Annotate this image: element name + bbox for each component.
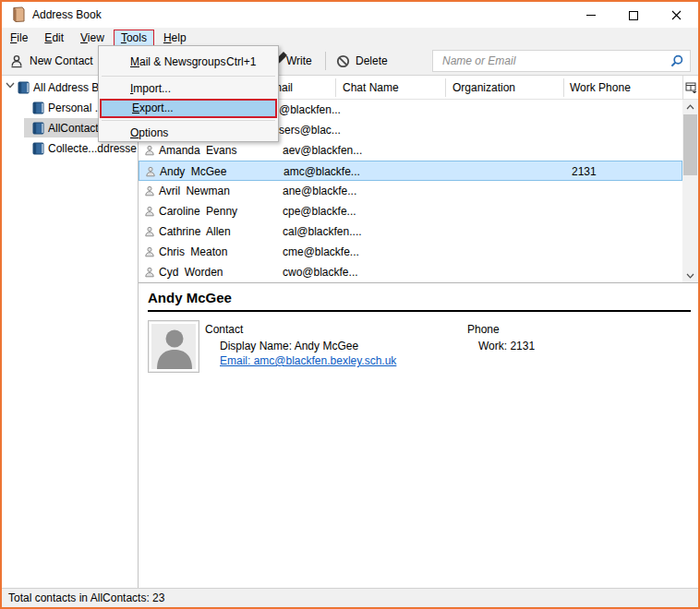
phone-section-label: Phone <box>467 323 500 337</box>
name-cell: Andy McGee <box>160 161 226 182</box>
menu-item-label: Options <box>130 123 168 143</box>
menu-item-export[interactable]: Export... <box>100 99 277 118</box>
sidebar-item-label: Personal ... <box>48 102 104 114</box>
person-icon <box>145 166 156 177</box>
write-label: Write <box>286 54 312 67</box>
address-book-icon <box>32 102 44 114</box>
search-input[interactable] <box>442 51 664 71</box>
table-row-selected[interactable]: Andy McGee amc@blackfe... 2131 <box>139 161 682 181</box>
table-row[interactable]: Amanda Evans aev@blackfen... <box>139 140 682 161</box>
contact-heading: Andy McGee <box>148 290 232 305</box>
directory-sidebar: All Address Books Personal ... AllContac… <box>2 76 139 588</box>
menu-separator <box>102 76 275 77</box>
new-contact-button[interactable]: New Contact <box>9 47 93 75</box>
display-name-value: Display Name: Andy McGee <box>220 340 358 353</box>
minimize-icon <box>586 15 596 16</box>
name-cell: Cathrine Allen <box>159 221 231 242</box>
person-icon <box>144 246 155 257</box>
person-icon <box>144 267 155 278</box>
maximize-button[interactable] <box>612 2 655 29</box>
person-icon <box>144 226 155 237</box>
delete-icon <box>336 54 350 68</box>
sidebar-item-label: Collecte...ddresses <box>48 142 137 155</box>
email-cell: aev@blackfen... <box>283 140 362 161</box>
name-cell: Cyd Worden <box>159 262 223 282</box>
menu-separator <box>102 120 275 121</box>
work-phone-value: Work: 2131 <box>478 340 535 353</box>
table-row[interactable]: Cathrine Allen cal@blackfen.... <box>139 221 682 242</box>
email-cell: cme@blackfe... <box>283 242 359 262</box>
tools-menu-dropdown: Mail & Newsgroups Ctrl+1 Import... Expor… <box>98 45 279 142</box>
photo-silhouette-icon <box>151 324 196 369</box>
email-cell: cwo@blackfe... <box>283 262 358 282</box>
menu-item-options[interactable]: Options <box>100 123 277 143</box>
table-row[interactable]: Caroline Penny cpe@blackfe... <box>139 201 682 221</box>
status-text: Total contacts in AllContacts: 23 <box>8 589 164 607</box>
column-separator[interactable] <box>563 78 564 97</box>
write-button[interactable]: Write <box>286 47 312 75</box>
address-book-icon <box>32 122 44 135</box>
address-book-icon <box>32 142 44 155</box>
person-icon <box>144 145 155 156</box>
address-book-window: Address Book File Edit View Tools Help N… <box>0 0 700 609</box>
name-cell: Avril Newman <box>159 181 230 201</box>
list-scrollbar[interactable] <box>682 100 698 282</box>
email-cell-fragment: sers@blac... <box>279 120 341 140</box>
name-cell: Caroline Penny <box>159 201 237 221</box>
window-title: Address Book <box>32 2 102 28</box>
menu-tools[interactable]: Tools <box>114 30 154 46</box>
column-picker-icon <box>685 82 697 93</box>
column-header-organization[interactable]: Organization <box>453 76 515 100</box>
column-header-work-phone[interactable]: Work Phone <box>570 76 631 100</box>
work-phone-cell: 2131 <box>572 161 597 182</box>
email-cell: amc@blackfe... <box>284 161 360 182</box>
scroll-up-button[interactable] <box>682 100 698 113</box>
search-icon[interactable] <box>670 54 683 67</box>
menu-item-label: Export... <box>132 101 174 116</box>
search-box <box>432 50 691 72</box>
menu-edit[interactable]: Edit <box>37 30 71 46</box>
menu-item-label: Import... <box>130 78 171 99</box>
menu-item-mail-newsgroups[interactable]: Mail & Newsgroups Ctrl+1 <box>100 52 277 72</box>
email-cell: cal@blackfen.... <box>283 221 362 242</box>
minimize-button[interactable] <box>570 2 612 29</box>
sidebar-item-label: AllContacts <box>48 122 104 135</box>
menu-file[interactable]: File <box>3 30 35 46</box>
scroll-down-button[interactable] <box>682 269 698 282</box>
close-button[interactable] <box>655 2 697 29</box>
menu-item-label: Mail & Newsgroups <box>130 52 225 72</box>
table-row[interactable]: Cyd Worden cwo@blackfe... <box>139 262 682 282</box>
email-cell: cpe@blackfe... <box>283 201 356 221</box>
titlebar: Address Book <box>2 2 698 28</box>
contact-details-pane: Andy McGee Contact Display Name: Andy Mc… <box>139 283 698 588</box>
statusbar: Total contacts in AllContacts: 23 <box>2 588 698 607</box>
menubar: File Edit View Tools Help <box>2 28 698 47</box>
contact-photo <box>148 320 199 373</box>
delete-button[interactable]: Delete <box>336 47 388 75</box>
column-picker-button[interactable] <box>682 76 698 100</box>
menu-view[interactable]: View <box>73 30 112 46</box>
table-row[interactable]: Chris Meaton cme@blackfe... <box>139 242 682 262</box>
address-book-icon <box>18 81 30 94</box>
chevron-up-icon <box>686 104 694 110</box>
column-header-chat-name[interactable]: Chat Name <box>343 76 399 100</box>
contact-section-label: Contact <box>205 323 243 337</box>
person-icon <box>144 206 155 217</box>
delete-label: Delete <box>356 54 388 67</box>
new-contact-icon <box>9 54 24 68</box>
name-cell: Amanda Evans <box>159 140 236 161</box>
name-cell: Chris Meaton <box>159 242 227 262</box>
chevron-down-icon <box>686 273 694 279</box>
menu-item-import[interactable]: Import... <box>100 78 277 99</box>
column-separator[interactable] <box>335 78 336 97</box>
email-link[interactable]: Email: amc@blackfen.bexley.sch.uk <box>220 354 396 368</box>
menu-help[interactable]: Help <box>156 30 194 46</box>
email-cell: ane@blackfe... <box>283 181 356 201</box>
scrollbar-thumb[interactable] <box>683 114 697 175</box>
table-row[interactable]: Avril Newman ane@blackfe... <box>139 181 682 201</box>
close-icon <box>671 10 682 20</box>
new-contact-label: New Contact <box>30 54 93 67</box>
toolbar-separator <box>325 52 326 70</box>
column-separator[interactable] <box>445 78 446 97</box>
maximize-icon <box>629 11 638 20</box>
